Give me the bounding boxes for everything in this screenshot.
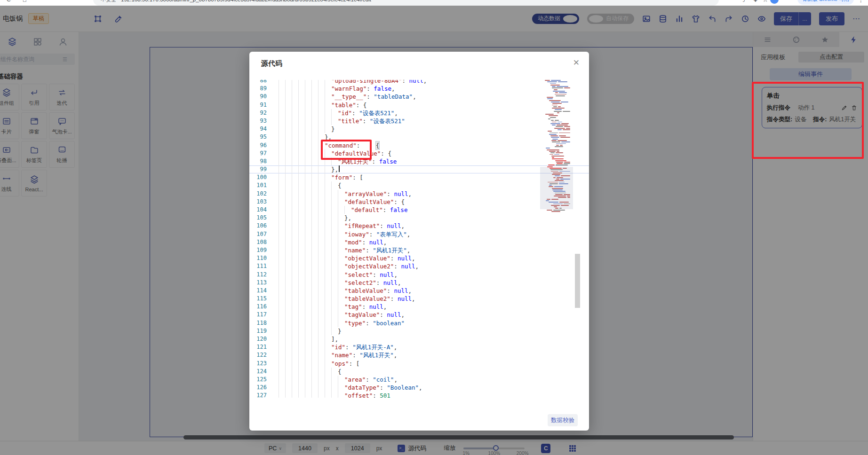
code-token: }, [331, 165, 338, 173]
code-token: "tagValue" [344, 311, 380, 319]
code-token: false [390, 206, 408, 214]
code-line-99[interactable]: 99}, [249, 165, 589, 173]
code-token: : [390, 295, 398, 303]
code-token: null [380, 271, 394, 279]
indent-guides [279, 295, 344, 303]
code-line-114[interactable]: 114"tableValue": null, [249, 287, 589, 295]
code-token: : [380, 222, 387, 230]
code-line-90[interactable]: 90"__type__": "tableData", [249, 93, 589, 101]
code-token: ], [331, 335, 338, 343]
code-line-92[interactable]: 92"id": "设备表521", [249, 109, 589, 117]
code-line-89[interactable]: 89"warnFlag": false, [249, 85, 589, 93]
code-token: , [415, 262, 419, 270]
code-token: "objectValue" [344, 254, 390, 262]
line-number: 109 [249, 246, 267, 254]
code-token: "coil" [373, 376, 394, 384]
code-line-119[interactable]: 119} [249, 327, 589, 335]
code-line-109[interactable]: 109"name": "风机1开关", [249, 246, 589, 254]
code-line-107[interactable]: 107"ioway": "表单写入", [249, 230, 589, 238]
vertical-scrollbar[interactable] [575, 254, 580, 308]
code-line-116[interactable]: 116"tag": null, [249, 303, 589, 311]
code-line-111[interactable]: 111"objectValue2": null, [249, 262, 589, 270]
data-validate-button[interactable]: 数据校验 [548, 414, 578, 426]
indent-guides [279, 214, 344, 222]
code-line-88[interactable]: 88"upload-single-8bA4": null, [249, 80, 589, 85]
code-line-110[interactable]: 110"objectValue": null, [249, 254, 589, 262]
code-token: [ [359, 173, 363, 181]
code-line-122[interactable]: 122"name": "风机1开关", [249, 351, 589, 359]
line-number: 122 [249, 351, 267, 359]
code-token: , [407, 230, 411, 238]
indent-guides [279, 181, 338, 189]
code-token: : [383, 206, 390, 214]
line-number: 118 [249, 319, 267, 327]
code-line-115[interactable]: 115"tableValue2": null, [249, 295, 589, 303]
extensions-icon[interactable]: ❖ [752, 0, 758, 3]
code-token: : [380, 311, 387, 319]
code-line-101[interactable]: 101{ [249, 181, 589, 189]
code-line-91[interactable]: 91"table": { [249, 101, 589, 109]
code-token: "title" [338, 117, 363, 125]
code-token: "objectValue2" [344, 262, 394, 270]
browser-menu-icon[interactable]: ⋮ [858, 0, 864, 3]
code-token: false [374, 85, 391, 93]
indent-guides [279, 351, 331, 359]
code-line-93[interactable]: 93"title": "设备表521" [249, 117, 589, 125]
indent-guides [279, 368, 338, 376]
code-token: : [387, 287, 394, 295]
code-line-127[interactable]: 127"offset": 501 [249, 392, 589, 398]
code-line-104[interactable]: 104"default": false [249, 206, 589, 214]
indent-guides [279, 376, 344, 384]
code-line-108[interactable]: 108"mod": null, [249, 238, 589, 246]
line-number: 108 [249, 238, 267, 246]
code-line-126[interactable]: 126"dataType": "Boolean", [249, 384, 589, 392]
indent-guides [279, 254, 344, 262]
code-line-117[interactable]: 117"tagValue": null, [249, 311, 589, 319]
bookmark-star-icon[interactable]: ☆ [762, 0, 768, 3]
code-editor[interactable]: 88"upload-single-8bA4": null,89"warnFlag… [249, 80, 589, 398]
close-icon[interactable]: ✕ [573, 58, 580, 68]
code-line-95[interactable]: 95}, [249, 133, 589, 141]
code-line-120[interactable]: 120], [249, 335, 589, 343]
line-number: 98 [249, 157, 267, 165]
minimap[interactable] [543, 80, 570, 277]
code-token: : [381, 149, 388, 157]
avatar[interactable] [770, 0, 779, 4]
code-line-103[interactable]: 103"defaultValue": { [249, 198, 589, 206]
code-token: } [331, 125, 335, 133]
code-line-124[interactable]: 124{ [249, 368, 589, 376]
share-icon[interactable]: ⤴ [742, 0, 746, 3]
code-line-113[interactable]: 113"select2": null, [249, 279, 589, 287]
code-line-97[interactable]: 97"defaultValue": { [249, 149, 589, 157]
code-line-94[interactable]: 94} [249, 125, 589, 133]
code-line-100[interactable]: 100"form": [ [249, 173, 589, 181]
code-token: "设备表521" [370, 117, 405, 125]
code-line-105[interactable]: 105}, [249, 214, 589, 222]
code-line-118[interactable]: 118"type": "boolean" [249, 319, 589, 327]
code-line-96[interactable]: 96"command": { [249, 141, 589, 149]
code-token: "tableValue2" [344, 295, 390, 303]
code-line-123[interactable]: 123"ops": [ [249, 360, 589, 368]
line-number: 105 [249, 214, 267, 222]
chrome-update-button[interactable]: 有新版 Chrome 可用 [797, 0, 854, 5]
code-token: null [383, 279, 398, 287]
code-token: : [366, 376, 373, 384]
line-number: 112 [249, 271, 267, 279]
home-icon[interactable]: ⌂ [23, 0, 26, 3]
code-token: "upload-single-8bA4" [331, 80, 402, 85]
indent-guides [279, 360, 331, 368]
code-line-125[interactable]: 125"area": "coil", [249, 376, 589, 384]
code-line-121[interactable]: 121"id": "风机1开关-A", [249, 343, 589, 351]
code-token: "warnFlag" [331, 85, 366, 93]
address-bar[interactable]: 不安全 192.168.50.170:3000/admin/_p_0878078… [93, 0, 719, 6]
code-line-112[interactable]: 112"select": null, [249, 271, 589, 279]
reload-icon[interactable]: ⟳ [7, 0, 12, 3]
code-line-106[interactable]: 106"ifRepeat": null, [249, 222, 589, 230]
indent-guides [279, 206, 351, 214]
code-line-102[interactable]: 102"arrayValue": null, [249, 190, 589, 198]
indent-guides [279, 101, 331, 109]
line-number: 115 [249, 295, 267, 303]
code-line-98[interactable]: 98"风机1开关": false [249, 157, 589, 165]
code-token: "风机1开关" [359, 351, 394, 359]
code-token: "设备表521" [359, 109, 394, 117]
